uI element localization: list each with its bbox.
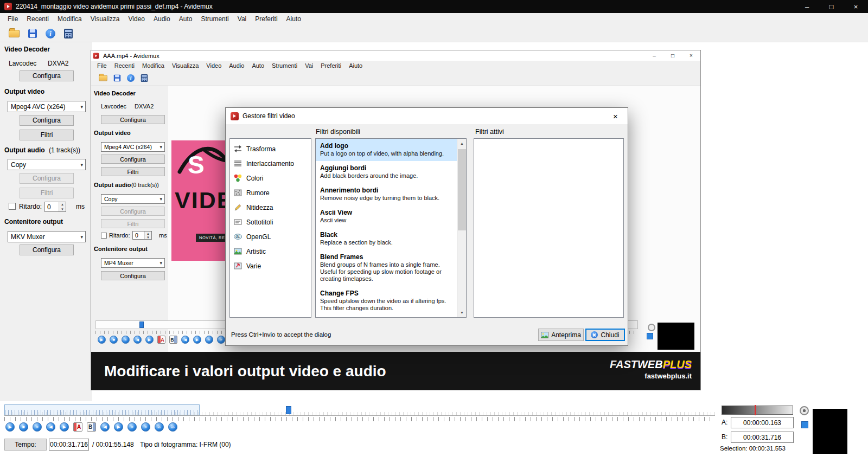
video-filters-button[interactable]: Filtri (20, 130, 74, 140)
next-black-frame-button[interactable]: sb (168, 422, 177, 432)
inner-blue-marker-icon (647, 333, 653, 339)
spin-arrows[interactable]: ▲▼ (59, 202, 66, 211)
video-text-s: S (188, 150, 205, 179)
video-configure-button[interactable]: Configura (20, 115, 74, 126)
maximize-button[interactable]: □ (819, 0, 844, 13)
anteprima-button[interactable]: Anteprima (538, 329, 584, 341)
rewind-button[interactable]: « (33, 422, 42, 432)
delay-spinbox[interactable]: 0 ▲▼ (44, 202, 66, 212)
close-button[interactable]: × (844, 0, 868, 13)
toolbar: i (0, 25, 868, 42)
muxer-select[interactable]: MKV Muxer (8, 231, 86, 242)
calculator-button[interactable] (64, 29, 73, 38)
filters-scrollbar[interactable]: ▲ ▼ (457, 139, 466, 317)
spin-up-icon[interactable]: ▲ (59, 202, 66, 207)
next-keyframe-button[interactable]: ▶ (114, 422, 123, 432)
category-sottotitoli[interactable]: Sottotitoli (230, 215, 311, 229)
category-varie[interactable]: Varie (230, 259, 311, 273)
scroll-down-icon[interactable]: ▼ (457, 308, 467, 317)
filter-desc: Speed up/slow down the video as if alter… (320, 298, 452, 312)
menu-recenti[interactable]: Recenti (22, 13, 53, 25)
inner-video-filters-button: Filtri (101, 167, 165, 176)
marker-b-button[interactable]: B (87, 422, 96, 432)
next-frame-button[interactable]: ▶ (60, 422, 69, 432)
open-video-button[interactable] (9, 30, 20, 37)
inner-menu-recenti: Recenti (111, 61, 138, 70)
speaker-icon[interactable] (800, 406, 809, 415)
menu-file[interactable]: File (3, 13, 22, 25)
filter-item-aggiungi-bordi[interactable]: Aggiungi bordi Add black borders around … (316, 161, 457, 183)
inner-menu-aiuto: Aiuto (345, 61, 366, 70)
category-colori[interactable]: Colori (230, 171, 311, 185)
prev-black-frame-button[interactable]: sb (155, 422, 164, 432)
filter-desc: Blend groups of N frames into a single f… (320, 261, 452, 282)
filter-item-change-fps[interactable]: Change FPS Speed up/slow down the video … (316, 286, 457, 316)
titlebar[interactable]: 220414_montaggio video avidemux primi pa… (0, 0, 868, 13)
category-trasforma[interactable]: Trasforma (230, 142, 311, 156)
menu-vai[interactable]: Vai (233, 13, 251, 25)
menu-visualizza[interactable]: Visualizza (86, 13, 124, 25)
tempo-label: Tempo: (4, 439, 47, 451)
menu-strumenti[interactable]: Strumenti (196, 13, 233, 25)
last-frame-button[interactable]: » (141, 422, 150, 432)
fastwebplus-logo: FASTWEBPLUS fastwebplus.it (610, 358, 692, 380)
volume-slider[interactable] (722, 406, 793, 415)
muxer-configure-button[interactable]: Configura (20, 245, 74, 255)
play-button[interactable]: ▶ (5, 422, 15, 432)
prev-frame-button[interactable]: ◀ (46, 422, 55, 432)
info-icon: i (46, 29, 55, 38)
minimize-button[interactable]: – (795, 0, 819, 13)
video-codec-select[interactable]: Mpeg4 AVC (x264) (8, 101, 86, 112)
filter-item-ascii-view[interactable]: Ascii View Ascii view (316, 205, 457, 228)
inner-prev-keyframe-button: ◀ (181, 336, 189, 344)
prev-keyframe-button[interactable]: ◀ (100, 422, 110, 432)
filter-item-add-logo[interactable]: Add logo Put a logo on top of video, wit… (316, 139, 457, 161)
audio-codec-select[interactable]: Copy (8, 159, 86, 170)
category-artistic[interactable]: Artistic (230, 244, 311, 259)
dialog-titlebar[interactable]: Gestore filtri video × (226, 108, 628, 124)
active-filters-list[interactable] (474, 138, 624, 318)
scroll-up-icon[interactable]: ▲ (457, 139, 467, 148)
scrollbar-thumb[interactable] (458, 149, 466, 230)
timeline-cursor[interactable] (286, 406, 291, 414)
marker-a-button[interactable]: A (73, 422, 82, 432)
filter-item-black[interactable]: Black Replace a section by black. (316, 228, 457, 250)
inner-decoder-configure-button: Configura (101, 115, 165, 124)
filter-name: Blend Frames (320, 253, 452, 261)
noise-icon (233, 188, 242, 197)
decoder-configure-button[interactable]: Configura (20, 70, 74, 81)
category-rumore[interactable]: Rumore (230, 185, 311, 200)
delay-checkbox[interactable] (9, 203, 16, 210)
category-interlacciamento[interactable]: Interlacciamento (230, 156, 311, 171)
spin-down-icon[interactable]: ▼ (59, 207, 66, 212)
audio-configure-button: Configura (20, 173, 74, 184)
category-nitidezza[interactable]: Nitidezza (230, 200, 311, 215)
transform-icon (233, 144, 242, 153)
current-time-field[interactable]: 00:00:31.716 (49, 439, 89, 451)
menu-audio[interactable]: Audio (149, 13, 175, 25)
first-frame-button[interactable]: « (127, 422, 137, 432)
inner-muxer-configure-button: Configura (101, 271, 165, 280)
category-opengl[interactable]: GL OpenGL (230, 229, 311, 244)
stop-button[interactable]: ■ (19, 422, 28, 432)
menu-video[interactable]: Video (124, 13, 149, 25)
menu-aiuto[interactable]: Aiuto (282, 13, 305, 25)
chiudi-button[interactable]: Chiudi (585, 329, 625, 341)
filter-item-blend-frames[interactable]: Blend Frames Blend groups of N frames in… (316, 250, 457, 286)
filter-item-annerimento-bordi[interactable]: Annerimento bordi Remove noisy edge by t… (316, 183, 457, 205)
inner-window-title: AAA.mp4 - Avidemux (103, 53, 645, 59)
main-timeline-slider[interactable] (4, 404, 715, 416)
menu-preferiti[interactable]: Preferiti (251, 13, 282, 25)
save-video-button[interactable] (28, 29, 37, 38)
menu-auto[interactable]: Auto (175, 13, 197, 25)
category-label: Sottotitoli (246, 218, 273, 226)
filter-item-crop[interactable]: Crop (316, 316, 457, 317)
opengl-icon: GL (233, 232, 242, 241)
inner-video-configure-button: Configura (101, 155, 165, 164)
inner-menu-file: File (93, 61, 111, 70)
dialog-close-button[interactable]: × (603, 108, 628, 124)
menu-modifica[interactable]: Modifica (53, 13, 86, 25)
information-button[interactable]: i (46, 29, 55, 38)
filter-desc: Put a logo on top of video, with alpha b… (320, 150, 452, 157)
volume-marker[interactable] (755, 405, 756, 415)
